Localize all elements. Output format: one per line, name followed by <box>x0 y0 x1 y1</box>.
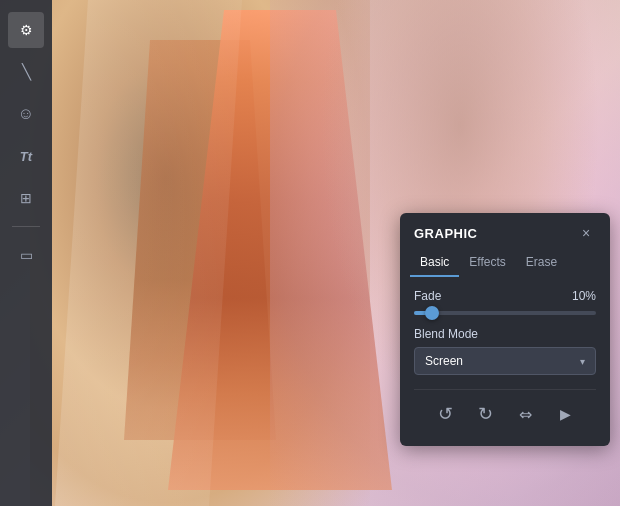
sidebar-item-frame[interactable]: ▭ <box>8 237 44 273</box>
fade-row: Fade 10% <box>414 289 596 303</box>
fade-slider[interactable] <box>414 311 596 315</box>
flip-button[interactable]: ⇔ <box>509 398 541 430</box>
blend-mode-select[interactable]: Screen ▾ <box>414 347 596 375</box>
sidebar-item-crop[interactable]: ╲ <box>8 54 44 90</box>
tab-effects[interactable]: Effects <box>459 249 515 277</box>
fade-label: Fade <box>414 289 441 303</box>
flip-horizontal-icon: ⇔ <box>519 405 532 424</box>
slider-thumb[interactable] <box>425 306 439 320</box>
sidebar: ⚙ ╲ ☺ Tt ⊞ ▭ <box>0 0 52 506</box>
frame-icon: ▭ <box>20 247 33 263</box>
sidebar-item-overlay[interactable]: ⊞ <box>8 180 44 216</box>
panel-header: GRAPHIC × <box>400 213 610 243</box>
tab-basic[interactable]: Basic <box>410 249 459 277</box>
panel-actions: ↺ ↻ ⇔ ▶ <box>414 389 596 432</box>
face-icon: ☺ <box>18 105 34 123</box>
undo-button[interactable]: ↺ <box>429 398 461 430</box>
graphic-panel: GRAPHIC × Basic Effects Erase Fade 10% B… <box>400 213 610 446</box>
redo-button[interactable]: ↻ <box>469 398 501 430</box>
redo-icon: ↻ <box>478 403 493 425</box>
panel-tabs: Basic Effects Erase <box>400 243 610 277</box>
text-icon: Tt <box>20 149 32 164</box>
sidebar-item-face[interactable]: ☺ <box>8 96 44 132</box>
blend-mode-value: Screen <box>425 354 463 368</box>
tab-erase[interactable]: Erase <box>516 249 567 277</box>
fade-value: 10% <box>572 289 596 303</box>
undo-icon: ↺ <box>438 403 453 425</box>
sidebar-item-filters[interactable]: ⚙ <box>8 12 44 48</box>
send-button[interactable]: ▶ <box>549 398 581 430</box>
filters-icon: ⚙ <box>20 22 33 38</box>
blend-mode-label: Blend Mode <box>414 327 596 341</box>
sidebar-item-text[interactable]: Tt <box>8 138 44 174</box>
overlay-icon: ⊞ <box>20 190 32 206</box>
send-icon: ▶ <box>560 406 571 422</box>
panel-content: Fade 10% Blend Mode Screen ▾ ↺ ↻ ⇔ <box>400 277 610 446</box>
panel-title: GRAPHIC <box>414 226 477 241</box>
chevron-down-icon: ▾ <box>580 356 585 367</box>
sidebar-divider <box>12 226 40 227</box>
crop-icon: ╲ <box>22 63 31 81</box>
slider-track <box>414 311 596 315</box>
panel-close-button[interactable]: × <box>576 223 596 243</box>
